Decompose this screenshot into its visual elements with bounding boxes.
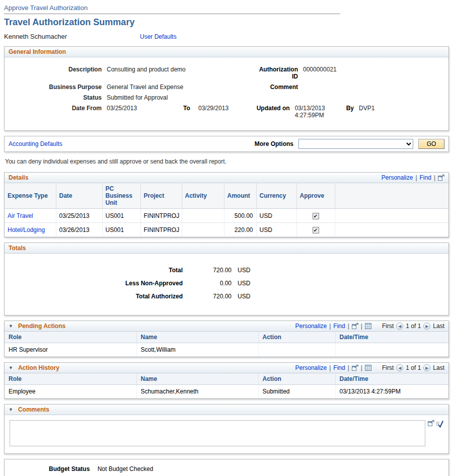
column-header-datetime: Date/Time [335, 373, 448, 385]
popup-window-icon[interactable] [352, 323, 358, 329]
more-options-select[interactable] [298, 139, 413, 149]
pending-actions-table: Role Name Action Date/Time HR Supervisor… [5, 332, 448, 357]
total-authorized-amount: 720.00 [190, 293, 232, 300]
pending-actions-header: ▼ Pending Actions Personalize | Find | |… [5, 321, 448, 332]
separator: | [434, 174, 435, 181]
pending-find-link[interactable]: Find [333, 323, 345, 330]
details-section: Details Personalize | Find | Expense Typ… [4, 172, 449, 237]
less-non-approved-label: Less Non-Approved [9, 280, 190, 287]
separator: | [329, 364, 331, 371]
expense-type-link[interactable]: Hotel/Lodging [8, 226, 45, 233]
expense-row: Hotel/Lodging 03/26/2013 US001 FININTPRO… [5, 223, 448, 237]
pager-first-label: First [382, 364, 394, 371]
general-information-section: General Information Description Consulti… [4, 46, 449, 131]
total-amount: 720.00 [190, 267, 232, 274]
comments-textarea[interactable] [10, 420, 425, 446]
pending-action-row: HR Supervisor Scott,William [5, 343, 448, 357]
go-button[interactable]: GO [418, 139, 444, 149]
updated-on-label: Updated on [257, 105, 295, 112]
column-header-expense-type: Expense Type [5, 183, 56, 209]
column-header-filler [335, 183, 448, 209]
comments-body [5, 415, 448, 453]
expense-currency: USD [256, 209, 296, 223]
pending-actions-title: Pending Actions [18, 323, 65, 330]
expense-type-link[interactable]: Air Travel [8, 212, 33, 219]
popup-window-icon[interactable] [428, 420, 434, 426]
approve-checkbox[interactable]: ✔ [313, 227, 319, 233]
column-header-project: Project [140, 183, 182, 209]
details-personalize-link[interactable]: Personalize [382, 174, 413, 181]
column-header-name: Name [136, 373, 258, 385]
breadcrumb-divider [4, 14, 340, 14]
expense-amount: 500.00 [224, 209, 256, 223]
column-header-role: Role [5, 332, 136, 343]
column-header-role: Role [5, 373, 136, 385]
collapse-icon[interactable]: ▼ [9, 407, 13, 412]
page: Approve Travel Authorization Travel Auth… [0, 0, 453, 476]
details-header: Details Personalize | Find | [5, 173, 448, 183]
date-to-label: To [183, 105, 198, 112]
pager-last-label: Last [433, 364, 444, 371]
download-grid-icon[interactable] [365, 323, 371, 329]
collapse-icon[interactable]: ▼ [9, 324, 13, 329]
page-title: Travel Authorization Summary [4, 17, 449, 28]
pending-actions-section: ▼ Pending Actions Personalize | Find | |… [4, 321, 449, 357]
separator: | [348, 323, 349, 330]
approve-checkbox[interactable]: ✔ [313, 213, 319, 219]
comments-title: Comments [18, 406, 49, 413]
action-history-table: Role Name Action Date/Time Employee Schu… [5, 373, 448, 399]
general-information-title: General Information [9, 48, 66, 55]
expense-activity [182, 223, 224, 237]
pager-range: 1 of 1 [406, 323, 421, 330]
download-grid-icon[interactable] [365, 365, 371, 371]
more-options-label: More Options [255, 140, 293, 147]
less-non-approved-currency: USD [232, 280, 250, 287]
updated-by-label: By [338, 105, 359, 112]
user-defaults-link[interactable]: User Defaults [140, 33, 177, 40]
separator: | [361, 364, 362, 371]
history-name: Schumacher,Kenneth [136, 385, 258, 399]
accounting-defaults-link[interactable]: Accounting Defaults [9, 140, 62, 147]
pending-personalize-link[interactable]: Personalize [295, 323, 327, 330]
separator: | [329, 323, 331, 330]
pager-last-label: Last [433, 323, 444, 330]
expense-pc-business-unit: US001 [102, 223, 140, 237]
employee-row: Kenneth Schumacher User Defaults [4, 33, 449, 40]
column-header-action: Action [258, 373, 335, 385]
history-personalize-link[interactable]: Personalize [295, 364, 327, 371]
history-datetime: 03/13/2013 4:27:59PM [335, 385, 448, 399]
column-header-pc-business-unit: PC Business Unit [102, 183, 140, 209]
column-header-datetime: Date/Time [335, 332, 448, 343]
history-find-link[interactable]: Find [333, 364, 345, 371]
next-page-icon[interactable]: ▶ [423, 364, 430, 371]
column-header-approve: Approve [296, 183, 335, 209]
updated-by-value: DVP1 [359, 105, 394, 112]
column-header-name: Name [136, 332, 258, 343]
breadcrumb[interactable]: Approve Travel Authorization [4, 4, 88, 12]
comment-label: Comment [253, 84, 303, 91]
pending-name: Scott,William [136, 343, 258, 357]
employee-name: Kenneth Schumacher [4, 33, 140, 40]
updated-on-value: 03/13/2013 4:27:59PM [295, 105, 338, 119]
popup-window-icon[interactable] [352, 365, 358, 371]
less-non-approved-amount: 0.00 [190, 280, 232, 287]
details-find-link[interactable]: Find [420, 174, 431, 181]
budget-body: Budget Status Not Budget Checked Budget … [5, 459, 448, 476]
description-value: Consulting and product demo [107, 66, 253, 73]
next-page-icon[interactable]: ▶ [423, 323, 430, 330]
options-bar: Accounting Defaults More Options GO [4, 136, 449, 152]
action-history-title: Action History [18, 364, 59, 371]
budget-status-value: Not Budget Checked [98, 465, 154, 472]
spellcheck-icon[interactable] [435, 420, 443, 428]
popup-window-icon[interactable] [438, 175, 444, 181]
previous-page-icon[interactable]: ◀ [396, 323, 403, 330]
previous-page-icon[interactable]: ◀ [396, 364, 403, 371]
pager-range: 1 of 1 [406, 364, 421, 371]
column-header-action: Action [258, 332, 335, 343]
collapse-icon[interactable]: ▼ [9, 365, 13, 370]
totals-body: Total 720.00 USD Less Non-Approved 0.00 … [5, 254, 448, 315]
totals-title: Totals [9, 245, 26, 252]
expense-date: 03/26/2013 [56, 223, 102, 237]
status-value: Submitted for Approval [107, 94, 168, 101]
budget-section: Budget Status Not Budget Checked Budget … [4, 459, 449, 476]
